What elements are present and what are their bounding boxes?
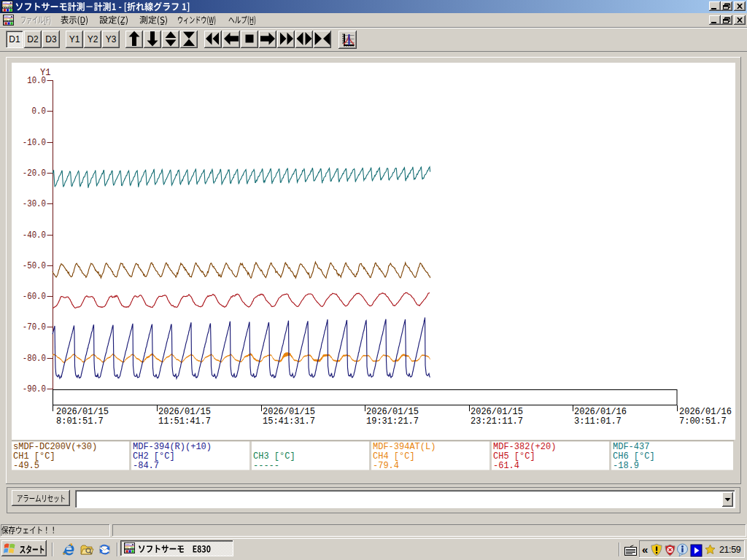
svg-text:2026/01/15: 2026/01/15 bbox=[158, 407, 211, 417]
svg-text:D2: D2 bbox=[27, 34, 39, 44]
svg-text:sMDF-DC200V(+30): sMDF-DC200V(+30) bbox=[13, 442, 97, 452]
svg-text:-40.0: -40.0 bbox=[23, 230, 46, 241]
svg-text:2026/01/16: 2026/01/16 bbox=[574, 407, 627, 417]
svg-text:Y1: Y1 bbox=[40, 68, 50, 78]
svg-text:CH4 [°C]: CH4 [°C] bbox=[373, 451, 415, 462]
svg-text:-18.9: -18.9 bbox=[613, 461, 639, 471]
svg-text:0.0: 0.0 bbox=[32, 106, 46, 117]
svg-text:D3: D3 bbox=[45, 34, 57, 44]
svg-text:CH2 [°C]: CH2 [°C] bbox=[133, 451, 175, 462]
svg-text:-79.4: -79.4 bbox=[373, 461, 399, 471]
svg-text:23:21:11.7: 23:21:11.7 bbox=[471, 416, 523, 427]
svg-text:D1: D1 bbox=[9, 34, 20, 44]
svg-text:MDF-382(+20): MDF-382(+20) bbox=[493, 442, 556, 452]
svg-text:-----: ----- bbox=[253, 461, 279, 471]
svg-text:MDF-437: MDF-437 bbox=[613, 442, 649, 452]
svg-text:-49.5: -49.5 bbox=[13, 461, 39, 471]
svg-text:21:59: 21:59 bbox=[719, 545, 741, 555]
svg-text:2026/01/15: 2026/01/15 bbox=[366, 407, 419, 417]
svg-text:-60.0: -60.0 bbox=[23, 292, 46, 302]
svg-text:-70.0: -70.0 bbox=[23, 322, 46, 332]
svg-text:Y2: Y2 bbox=[88, 34, 98, 44]
svg-text:-61.4: -61.4 bbox=[493, 461, 519, 471]
svg-text:8:01:51.7: 8:01:51.7 bbox=[56, 416, 104, 427]
svg-text:2026/01/16: 2026/01/16 bbox=[679, 407, 732, 417]
svg-text:CH6 [°C]: CH6 [°C] bbox=[613, 451, 655, 462]
svg-text:2026/01/15: 2026/01/15 bbox=[263, 407, 315, 417]
svg-text:-84.7: -84.7 bbox=[133, 461, 159, 471]
svg-text:MDF-394(R)(+10): MDF-394(R)(+10) bbox=[133, 442, 212, 452]
svg-text:CH3 [°C]: CH3 [°C] bbox=[253, 451, 295, 462]
svg-text:-20.0: -20.0 bbox=[23, 168, 46, 179]
svg-text:MDF-394AT(L): MDF-394AT(L) bbox=[373, 442, 436, 452]
svg-text:CH5 [°C]: CH5 [°C] bbox=[493, 451, 535, 462]
svg-text:3:11:01.7: 3:11:01.7 bbox=[574, 416, 622, 427]
svg-text:2026/01/15: 2026/01/15 bbox=[56, 407, 109, 417]
svg-text:-80.0: -80.0 bbox=[23, 354, 46, 364]
svg-text:15:41:31.7: 15:41:31.7 bbox=[263, 416, 315, 427]
svg-text:7:00:51.7: 7:00:51.7 bbox=[679, 416, 727, 427]
svg-text:11:51:41.7: 11:51:41.7 bbox=[158, 416, 211, 427]
svg-text:CH1 [°C]: CH1 [°C] bbox=[13, 451, 55, 462]
svg-text:-30.0: -30.0 bbox=[23, 199, 46, 209]
svg-text:19:31:21.7: 19:31:21.7 bbox=[366, 416, 419, 427]
svg-text:-10.0: -10.0 bbox=[23, 138, 46, 148]
svg-text:2026/01/15: 2026/01/15 bbox=[471, 407, 523, 417]
svg-text:-50.0: -50.0 bbox=[23, 261, 46, 271]
svg-text:Y3: Y3 bbox=[106, 34, 117, 44]
svg-text:Y1: Y1 bbox=[69, 34, 80, 44]
svg-text:«: « bbox=[642, 543, 648, 556]
svg-text:-90.0: -90.0 bbox=[23, 384, 46, 394]
